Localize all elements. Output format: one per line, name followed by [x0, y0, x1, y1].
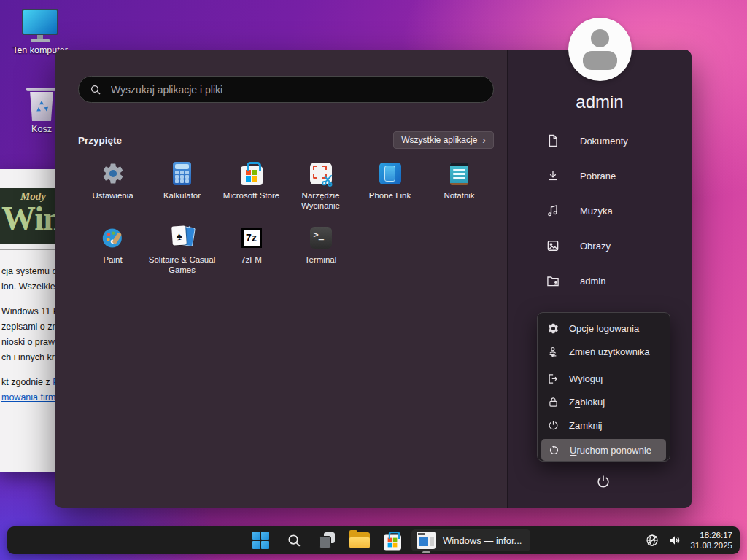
menu-item-shut-down[interactable]: Zamknij — [538, 413, 670, 437]
user-quick-list: Dokumenty Pobrane Muzyka Obrazy admin — [508, 123, 692, 298]
taskbar: Windows — infor... 18:26:17 31.08.2025 — [7, 526, 740, 554]
quick-item-documents[interactable]: Dokumenty — [508, 123, 692, 158]
microsoft-store-icon — [384, 535, 401, 551]
network-offline-icon[interactable] — [645, 533, 659, 548]
username: admin — [508, 92, 692, 112]
task-view-icon — [319, 532, 335, 548]
start-menu: Przypięte Wszystkie aplikacje › Ustawien… — [55, 50, 692, 508]
pinned-app-7zip[interactable]: 7z 7zFM — [217, 219, 286, 283]
pinned-apps-grid: Ustawienia Kalkulator Microsoft Store Na… — [78, 155, 495, 283]
pinned-app-snipping-tool[interactable]: Narzędzie Wycinanie — [286, 155, 355, 219]
menu-item-sign-in-options[interactable]: Opcje logowania — [538, 316, 670, 340]
menu-separator — [545, 365, 662, 365]
7zip-icon: 7z — [239, 225, 265, 251]
windows-logo-icon — [252, 532, 270, 549]
pinned-app-settings[interactable]: Ustawienia — [78, 155, 147, 219]
quick-item-user-folder[interactable]: admin — [508, 263, 692, 298]
search-icon — [90, 84, 101, 96]
pinned-app-phone-link[interactable]: Phone Link — [355, 155, 425, 219]
pinned-app-terminal[interactable]: >_ Terminal — [286, 219, 355, 283]
quick-item-pictures[interactable]: Obrazy — [508, 228, 692, 263]
menu-item-lock[interactable]: Zablokuj — [538, 390, 670, 413]
user-folder-icon — [546, 273, 560, 288]
restart-icon — [548, 444, 560, 456]
taskbar-store-button[interactable] — [379, 529, 406, 552]
switch-user-icon — [547, 346, 560, 358]
power-popup-menu: Opcje logowania Zmień użytkownika Wylogu… — [537, 312, 670, 462]
user-panel: admin Dokumenty Pobrane Muzyka Obrazy ad… — [507, 50, 692, 508]
search-icon — [286, 532, 302, 548]
menu-item-sign-out[interactable]: Wyloguj — [538, 367, 670, 390]
power-button[interactable] — [589, 468, 617, 496]
clock-date: 31.08.2025 — [690, 540, 732, 551]
logout-icon — [547, 373, 560, 385]
notepad-icon — [446, 160, 473, 187]
quick-item-music[interactable]: Muzyka — [508, 193, 692, 228]
start-search-bar[interactable] — [78, 76, 494, 103]
pinned-app-store[interactable]: Microsoft Store — [217, 155, 286, 219]
all-apps-button[interactable]: Wszystkie aplikacje › — [393, 131, 494, 149]
file-explorer-button[interactable] — [346, 529, 373, 552]
pinned-section-title: Przypięte — [78, 135, 122, 146]
pinned-app-solitaire[interactable]: + ♠ Solitaire & Casual Games — [147, 219, 217, 283]
active-window-indicator — [422, 551, 430, 553]
taskbar-clock[interactable]: 18:26:17 31.08.2025 — [690, 530, 732, 551]
music-icon — [546, 203, 560, 218]
app-window-icon — [417, 532, 436, 549]
solitaire-cards-icon: + ♠ — [169, 225, 196, 251]
download-icon — [546, 168, 560, 183]
computer-icon — [7, 9, 73, 42]
task-view-button[interactable] — [313, 529, 340, 552]
microsoft-store-icon — [239, 160, 265, 187]
phone-link-icon — [377, 160, 403, 187]
pinned-app-paint[interactable]: Paint — [78, 219, 147, 283]
volume-icon[interactable] — [667, 533, 682, 548]
image-icon — [546, 238, 560, 253]
power-icon — [547, 419, 560, 432]
start-button[interactable] — [247, 529, 274, 552]
folder-icon — [349, 532, 370, 548]
terminal-icon: >_ — [308, 225, 334, 251]
lock-icon — [547, 396, 560, 408]
paint-icon — [100, 225, 126, 251]
search-input[interactable] — [109, 83, 493, 96]
desktop-icon-this-pc[interactable]: Ten komputer — [7, 9, 73, 55]
banner-word-big: Win — [1, 198, 61, 238]
power-icon — [595, 474, 611, 490]
pinned-app-calculator[interactable]: Kalkulator — [147, 155, 217, 219]
taskbar-search-button[interactable] — [280, 529, 307, 552]
taskbar-app-label: Windows — infor... — [443, 535, 522, 546]
clock-time: 18:26:17 — [690, 530, 732, 541]
user-avatar[interactable] — [568, 18, 632, 81]
pinned-app-notepad[interactable]: Notatnik — [425, 155, 494, 219]
quick-item-downloads[interactable]: Pobrane — [508, 158, 692, 193]
settings-gear-icon — [100, 160, 126, 187]
snipping-tool-icon — [308, 160, 334, 187]
calculator-icon — [169, 160, 196, 187]
taskbar-app-about-windows[interactable]: Windows — infor... — [411, 529, 530, 551]
gear-icon — [547, 322, 560, 335]
menu-item-switch-user[interactable]: Zmień użytkownika — [538, 340, 670, 363]
document-icon — [546, 133, 560, 148]
menu-item-restart[interactable]: Uruchom ponownie — [541, 439, 666, 461]
chevron-right-icon: › — [482, 136, 486, 144]
